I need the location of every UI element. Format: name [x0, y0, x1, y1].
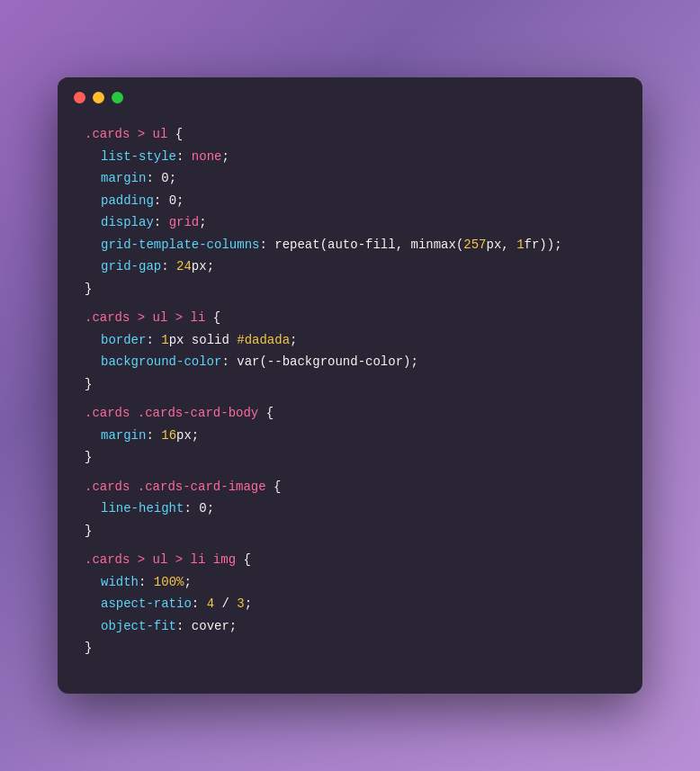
code-editor-window: .cards > ul { list-style: none; margin: … — [58, 77, 642, 694]
prop-border: border: 1px solid #dadada; — [85, 329, 615, 352]
close-brace-1: } — [85, 278, 615, 300]
title-bar — [58, 77, 642, 114]
prop-display: display: grid; — [85, 211, 615, 234]
selector-line-2: .cards > ul > li { — [85, 307, 615, 329]
selector-line-3: .cards .cards-card-body { — [85, 402, 615, 425]
selector-line-5: .cards > ul > li img { — [85, 549, 615, 571]
close-brace-5: } — [85, 637, 615, 659]
prop-width: width: 100%; — [85, 571, 615, 594]
prop-object-fit: object-fit: cover; — [85, 615, 615, 638]
css-block-1: .cards > ul { list-style: none; margin: … — [85, 123, 615, 300]
close-brace-3: } — [85, 446, 615, 469]
prop-margin-1: margin: 0; — [85, 167, 615, 190]
code-area: .cards > ul { list-style: none; margin: … — [58, 114, 642, 694]
prop-line-height: line-height: 0; — [85, 498, 615, 520]
selector-line-1: .cards > ul { — [85, 123, 615, 146]
css-block-2: .cards > ul > li { border: 1px solid #da… — [85, 307, 615, 395]
close-brace-4: } — [85, 520, 615, 542]
selector-line-4: .cards .cards-card-image { — [85, 476, 615, 498]
close-dot[interactable] — [74, 92, 85, 103]
css-block-5: .cards > ul > li img { width: 100%; aspe… — [85, 549, 615, 659]
maximize-dot[interactable] — [112, 92, 123, 103]
prop-grid-gap: grid-gap: 24px; — [85, 256, 615, 278]
close-brace-2: } — [85, 373, 615, 396]
css-block-3: .cards .cards-card-body { margin: 16px; … — [85, 402, 615, 469]
prop-margin-2: margin: 16px; — [85, 425, 615, 447]
prop-padding-1: padding: 0; — [85, 190, 615, 212]
prop-list-style: list-style: none; — [85, 146, 615, 168]
css-block-4: .cards .cards-card-image { line-height: … — [85, 476, 615, 542]
prop-aspect-ratio: aspect-ratio: 4 / 3; — [85, 593, 615, 615]
minimize-dot[interactable] — [93, 92, 104, 103]
prop-background-color: background-color: var(--background-color… — [85, 351, 615, 373]
prop-grid-template-columns: grid-template-columns: repeat(auto-fill,… — [85, 234, 615, 256]
